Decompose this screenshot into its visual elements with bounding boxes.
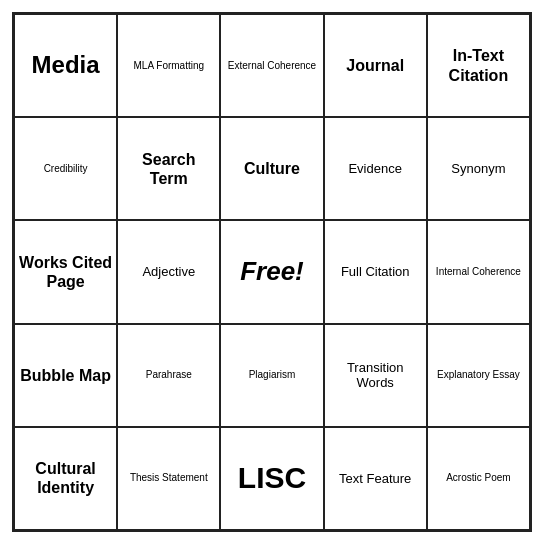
cell-r0c4: In-Text Citation <box>427 14 530 117</box>
cell-r0c0: Media <box>14 14 117 117</box>
cell-r0c2: External Coherence <box>220 14 323 117</box>
cell-r1c1: Search Term <box>117 117 220 220</box>
cell-r3c1: Parahrase <box>117 324 220 427</box>
cell-r1c2: Culture <box>220 117 323 220</box>
cell-r3c4: Explanatory Essay <box>427 324 530 427</box>
cell-r3c0: Bubble Map <box>14 324 117 427</box>
cell-r2c1: Adjective <box>117 220 220 323</box>
cell-r0c1: MLA Formatting <box>117 14 220 117</box>
cell-r4c0: Cultural Identity <box>14 427 117 530</box>
cell-r4c3: Text Feature <box>324 427 427 530</box>
bingo-board: MediaMLA FormattingExternal CoherenceJou… <box>12 12 532 532</box>
cell-r1c3: Evidence <box>324 117 427 220</box>
cell-r2c0: Works Cited Page <box>14 220 117 323</box>
cell-r1c0: Credibility <box>14 117 117 220</box>
cell-r4c2: LISC <box>220 427 323 530</box>
cell-r3c3: Transition Words <box>324 324 427 427</box>
cell-r1c4: Synonym <box>427 117 530 220</box>
cell-r0c3: Journal <box>324 14 427 117</box>
cell-r3c2: Plagiarism <box>220 324 323 427</box>
cell-r4c1: Thesis Statement <box>117 427 220 530</box>
cell-r2c3: Full Citation <box>324 220 427 323</box>
cell-r2c2: Free! <box>220 220 323 323</box>
cell-r2c4: Internal Coherence <box>427 220 530 323</box>
cell-r4c4: Acrostic Poem <box>427 427 530 530</box>
